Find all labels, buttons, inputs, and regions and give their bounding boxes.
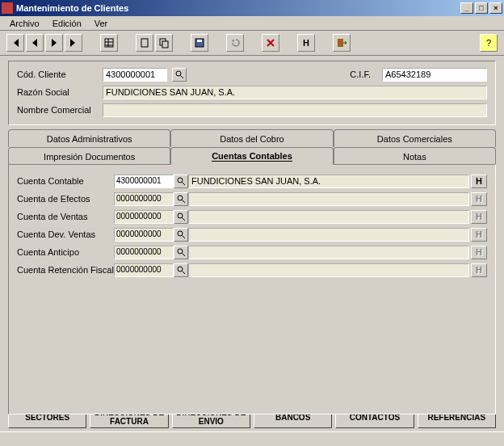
account-row: Cuenta de Efectos0000000000H (17, 191, 487, 207)
cod-cliente-lookup-button[interactable] (172, 68, 187, 82)
account-code-field[interactable]: 0000000000 (114, 210, 174, 224)
svg-point-13 (178, 267, 183, 271)
new-button[interactable] (136, 34, 153, 52)
account-desc-field[interactable]: FUNDICIONES SAN JUAN, S.A. (188, 175, 469, 188)
account-lookup-button[interactable] (174, 263, 188, 277)
account-history-button: H (471, 228, 487, 242)
razon-social-field[interactable]: FUNDICIONES SAN JUAN, S.A. (103, 86, 487, 99)
account-label: Cuenta Retención Fiscal (17, 265, 114, 275)
cod-cliente-field[interactable]: 4300000001 (103, 68, 167, 82)
tab-notas[interactable]: Notas (334, 147, 496, 165)
svg-rect-6 (338, 39, 343, 47)
copy-button[interactable] (155, 34, 173, 52)
account-lookup-button[interactable] (174, 210, 188, 224)
client-area: Cód. Cliente 4300000001 C.I.F. A65432189… (0, 61, 504, 414)
menu-ver[interactable]: Ver (88, 19, 115, 28)
nav-last-button[interactable] (65, 34, 82, 52)
toolbar: H ? (0, 31, 504, 56)
tab-cuentas-contables[interactable]: Cuentas Contables (170, 147, 333, 165)
maximize-button[interactable]: □ (475, 2, 488, 14)
razon-social-label: Razón Social (17, 87, 98, 97)
svg-point-8 (178, 178, 183, 183)
account-lookup-button[interactable] (174, 246, 188, 259)
svg-rect-3 (162, 41, 168, 48)
svg-point-10 (178, 213, 183, 218)
undo-button[interactable] (226, 34, 244, 52)
svg-point-7 (176, 71, 181, 76)
account-label: Cuenta de Efectos (17, 194, 114, 204)
account-label: Cuenta Contable (17, 176, 114, 186)
account-code-field[interactable]: 0000000000 (114, 228, 174, 242)
cod-cliente-label: Cód. Cliente (17, 69, 98, 79)
account-desc-field[interactable] (188, 210, 469, 224)
cif-field[interactable]: A65432189 (382, 68, 487, 82)
nav-prev-button[interactable] (26, 34, 44, 52)
save-button[interactable] (191, 34, 208, 52)
account-history-button: H (471, 192, 487, 206)
header-panel: Cód. Cliente 4300000001 C.I.F. A65432189… (8, 61, 496, 125)
account-history-button: H (471, 263, 487, 277)
account-lookup-button[interactable] (174, 228, 188, 242)
tab-datos-comerciales[interactable]: Datos Comerciales (334, 129, 496, 147)
account-label: Cuenta de Ventas (17, 212, 114, 221)
window-title: Mantenimiento de Clientes (16, 3, 128, 13)
account-code-field[interactable]: 0000000000 (114, 192, 174, 206)
account-desc-field[interactable] (188, 192, 469, 206)
tab-datos-administrativos[interactable]: Datos Administrativos (8, 129, 170, 147)
account-code-field[interactable]: 0000000000 (114, 246, 174, 259)
minimize-button[interactable]: _ (460, 2, 473, 14)
account-code-field[interactable]: 4300000001 (114, 175, 174, 188)
account-desc-field[interactable] (188, 263, 469, 277)
exit-button[interactable] (333, 34, 351, 52)
nav-first-button[interactable] (6, 34, 24, 52)
account-lookup-button[interactable] (174, 175, 188, 188)
svg-point-11 (178, 231, 183, 236)
account-row: Cuenta Dev. Ventas0000000000H (17, 226, 487, 242)
account-history-button[interactable]: H (471, 175, 487, 188)
nav-next-button[interactable] (45, 34, 63, 52)
statusbar (0, 431, 504, 446)
account-row: Cuenta Contable4300000001FUNDICIONES SAN… (17, 173, 487, 189)
close-button[interactable]: × (489, 2, 502, 14)
svg-rect-5 (197, 40, 202, 42)
svg-rect-1 (141, 39, 148, 47)
history-button[interactable]: H (297, 34, 315, 52)
account-history-button: H (471, 246, 487, 259)
svg-point-9 (178, 196, 183, 200)
nombre-comercial-label: Nombre Comercial (17, 105, 98, 115)
svg-point-12 (178, 249, 183, 254)
account-code-field[interactable]: 0000000000 (114, 263, 174, 277)
menubar: Archivo Edición Ver (0, 16, 504, 31)
tabs-area: Datos Administrativos Datos del Cobro Da… (8, 128, 496, 414)
tab-impresion-documentos[interactable]: Impresión Documentos (8, 147, 170, 165)
titlebar: Mantenimiento de Clientes _ □ × (0, 0, 504, 16)
account-row: Cuenta de Ventas0000000000H (17, 208, 487, 225)
account-row: Cuenta Retención Fiscal0000000000H (17, 262, 487, 278)
menu-archivo[interactable]: Archivo (3, 19, 46, 28)
account-lookup-button[interactable] (174, 192, 188, 206)
menu-edicion[interactable]: Edición (46, 19, 88, 28)
app-icon (2, 2, 13, 14)
account-row: Cuenta Anticipo0000000000H (17, 244, 487, 260)
account-label: Cuenta Anticipo (17, 247, 114, 257)
grid-button[interactable] (100, 34, 118, 52)
cif-label: C.I.F. (350, 69, 371, 79)
account-label: Cuenta Dev. Ventas (17, 229, 114, 239)
account-desc-field[interactable] (188, 228, 469, 242)
tab-datos-cobro[interactable]: Datos del Cobro (170, 129, 333, 147)
tab-panel-cuentas: Cuenta Contable4300000001FUNDICIONES SAN… (8, 164, 496, 414)
delete-button[interactable] (262, 34, 279, 52)
help-button[interactable]: ? (480, 34, 498, 52)
account-desc-field[interactable] (188, 246, 469, 259)
nombre-comercial-field[interactable] (103, 103, 487, 117)
account-history-button: H (471, 210, 487, 224)
